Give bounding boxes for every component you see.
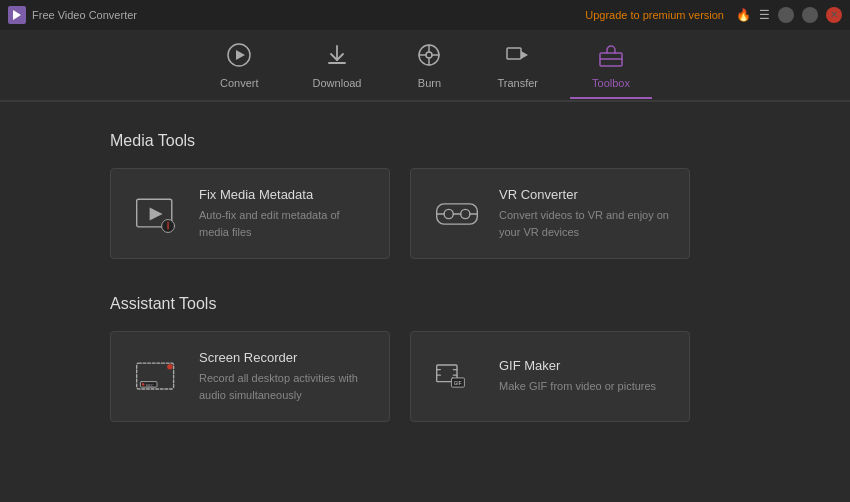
convert-icon (225, 41, 253, 73)
toolbox-icon (597, 41, 625, 73)
titlebar-left: Free Video Converter (8, 6, 137, 24)
nav-items: Convert Download (198, 33, 652, 97)
tool-card-screen-recorder[interactable]: REC Screen Recorder Record all desktop a… (110, 331, 390, 422)
svg-point-21 (444, 209, 453, 218)
tool-card-fix-metadata[interactable]: Fix Media Metadata Auto-fix and edit met… (110, 168, 390, 259)
screen-recorder-desc: Record all desktop activities with audio… (199, 370, 369, 403)
svg-point-28 (142, 383, 145, 386)
gif-maker-info: GIF Maker Make GIF from video or picture… (499, 358, 669, 395)
maximize-button[interactable]: □ (802, 7, 818, 23)
screen-recorder-icon-wrap: REC (131, 351, 183, 403)
assistant-tools-title: Assistant Tools (110, 295, 740, 313)
titlebar: Free Video Converter Upgrade to premium … (0, 0, 850, 30)
gif-maker-icon-wrap: GIF (431, 351, 483, 403)
media-tools-title: Media Tools (110, 132, 740, 150)
svg-point-18 (167, 221, 169, 223)
main-content: Media Tools Fix Media Metadata Auto-fix … (0, 102, 850, 488)
fix-metadata-info: Fix Media Metadata Auto-fix and edit met… (199, 187, 369, 240)
nav-item-convert[interactable]: Convert (198, 33, 281, 97)
svg-marker-16 (150, 207, 163, 220)
nav-label-transfer: Transfer (497, 77, 538, 89)
nav-label-download: Download (313, 77, 362, 89)
titlebar-right: Upgrade to premium version 🔥 ☰ — □ ✕ (585, 7, 842, 23)
svg-marker-12 (521, 51, 528, 59)
tool-card-vr-converter[interactable]: VR Converter Convert videos to VR and en… (410, 168, 690, 259)
tool-card-gif-maker[interactable]: GIF GIF Maker Make GIF from video or pic… (410, 331, 690, 422)
titlebar-icons: 🔥 ☰ — □ ✕ (736, 7, 842, 23)
screen-recorder-info: Screen Recorder Record all desktop activ… (199, 350, 369, 403)
app-title: Free Video Converter (32, 9, 137, 21)
download-icon (323, 41, 351, 73)
close-button[interactable]: ✕ (826, 7, 842, 23)
vr-converter-info: VR Converter Convert videos to VR and en… (499, 187, 669, 240)
gif-maker-name: GIF Maker (499, 358, 669, 373)
menu-icon[interactable]: ☰ (759, 8, 770, 22)
vr-converter-icon-wrap (431, 188, 483, 240)
fix-metadata-icon-wrap (131, 188, 183, 240)
nav-item-download[interactable]: Download (291, 33, 384, 97)
app-logo (8, 6, 26, 24)
svg-marker-2 (236, 50, 245, 60)
vr-converter-desc: Convert videos to VR and enjoy on your V… (499, 207, 669, 240)
svg-marker-0 (13, 10, 21, 20)
nav-item-transfer[interactable]: Transfer (475, 33, 560, 97)
nav-label-burn: Burn (418, 77, 441, 89)
transfer-icon (504, 41, 532, 73)
screen-recorder-name: Screen Recorder (199, 350, 369, 365)
nav-item-toolbox[interactable]: Toolbox (570, 33, 652, 97)
vr-converter-name: VR Converter (499, 187, 669, 202)
nav-label-convert: Convert (220, 77, 259, 89)
nav-label-toolbox: Toolbox (592, 77, 630, 89)
upgrade-link[interactable]: Upgrade to premium version (585, 9, 724, 21)
svg-text:GIF: GIF (454, 381, 462, 386)
navbar: Convert Download (0, 30, 850, 102)
svg-point-6 (426, 52, 432, 58)
gif-maker-desc: Make GIF from video or pictures (499, 378, 669, 395)
fix-metadata-desc: Auto-fix and edit metadata of media file… (199, 207, 369, 240)
assistant-tools-grid: REC Screen Recorder Record all desktop a… (110, 331, 740, 422)
svg-point-30 (167, 364, 173, 370)
fix-metadata-name: Fix Media Metadata (199, 187, 369, 202)
burn-icon (415, 41, 443, 73)
svg-rect-11 (507, 48, 521, 59)
nav-item-burn[interactable]: Burn (393, 33, 465, 97)
media-tools-grid: Fix Media Metadata Auto-fix and edit met… (110, 168, 740, 259)
svg-point-22 (461, 209, 470, 218)
fire-icon[interactable]: 🔥 (736, 8, 751, 22)
minimize-button[interactable]: — (778, 7, 794, 23)
svg-text:REC: REC (146, 384, 154, 388)
